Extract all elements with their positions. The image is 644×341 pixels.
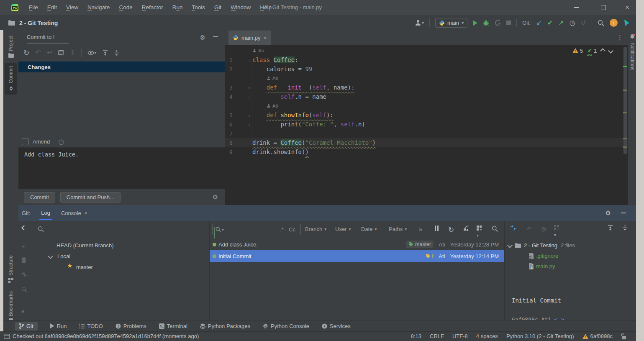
code-line[interactable]: 9drink.showInfo() [225,147,628,156]
window-icon[interactable] [4,334,10,339]
status-message[interactable]: Checked out 6af0898c9e8b69d62f159d897e45… [13,333,199,339]
pause-icon[interactable] [435,226,439,231]
gear-icon[interactable]: ⚙ [606,209,611,217]
line-separator[interactable]: CRLF [430,333,444,339]
undo-icon[interactable]: ↶ [35,49,41,56]
commit-row[interactable]: Add class Juice. master Ati Yesterday 12… [210,238,505,250]
toolwindow-run-button[interactable]: Run [50,323,67,329]
author-inlay-hint[interactable]: Ati [225,74,628,83]
toolwindow-python-packages-button[interactable]: Python Packages [200,323,250,329]
commit-button[interactable]: Commit [24,192,55,203]
fold-marker-icon[interactable]: ▿ [246,111,252,121]
history-clock-icon[interactable]: ◷ [570,20,575,26]
hide-tool-window-icon[interactable] [213,36,218,37]
changes-tree-root[interactable]: Changes [18,62,225,72]
author-inlay-hint[interactable]: Ati [225,101,628,110]
collapse-all-icon[interactable] [114,50,119,56]
code-line[interactable]: 1▿class Coffee: [225,55,628,64]
code-editor[interactable]: Ati1▿class Coffee:2 calories = 99 Ati3▿ … [225,46,628,156]
refresh-icon[interactable]: ↻ [448,226,454,234]
match-case-toggle[interactable]: Cc [289,226,295,233]
branch-node-head[interactable]: HEAD (Current Branch) [56,240,114,251]
error-stripe-mark[interactable] [623,146,627,148]
code-line[interactable]: 2 calories = 99 [225,64,628,74]
indent-size[interactable]: 4 spaces [476,333,498,339]
notifications-bell-icon[interactable] [629,34,635,40]
toolwindow-services-button[interactable]: Services [322,323,351,329]
search-icon[interactable] [38,226,44,232]
file-encoding[interactable]: UTF-8 [452,333,468,339]
caret-position[interactable]: 8:13 [411,333,421,339]
code-line[interactable]: 8drink = Coffee("Caramel Macchiato") [225,138,628,147]
changelist-icon[interactable] [58,50,64,56]
amend-checkbox[interactable] [22,138,29,145]
user-account-icon[interactable]: ▾ [415,20,424,26]
filter-user[interactable]: User▾ [335,226,351,232]
search-icon[interactable] [492,226,498,232]
error-stripe-mark[interactable] [623,90,627,91]
kebab-menu-icon[interactable]: ⋮ [617,34,623,41]
previous-problem-icon[interactable] [600,48,606,54]
tab-close-icon[interactable]: × [264,35,267,41]
commit-and-push-button[interactable]: Commit and Push... [60,192,121,203]
branch-node-master[interactable]: master [76,262,93,272]
menu-item[interactable]: Run [168,0,187,15]
more-chevrons-icon[interactable]: » [419,226,422,233]
gear-icon[interactable]: ⚙ [213,193,218,201]
commit-row[interactable]: Initial Commit ! Ati Yesterday 12:14 PM [210,250,505,262]
run-button[interactable] [473,20,477,26]
filter-branch[interactable]: Branch▾ [305,226,326,232]
shelve-icon[interactable]: ↧ [70,49,75,56]
debug-button[interactable] [483,20,489,26]
code-line[interactable]: 6▵ print("Coffe: ", self.n) [225,120,628,129]
file-row-gitignore[interactable]: .gitignore [529,251,558,261]
commit-history-clock-icon[interactable]: ◷ [58,138,64,146]
search-everywhere-icon[interactable] [598,20,604,26]
git-revision-widget[interactable]: 6af0898c [582,333,613,339]
expand-all-icon[interactable] [103,50,108,56]
delete-trash-icon[interactable] [21,257,26,263]
toolwindow-todo-button[interactable]: TODO [79,323,103,329]
file-row-main-py[interactable]: main.py [529,261,555,272]
error-stripe-mark[interactable] [623,138,627,139]
rollback-icon[interactable]: ↺ [581,20,586,26]
new-branch-plus-icon[interactable]: + [21,243,25,250]
fold-marker-icon[interactable]: ▿ [246,56,252,65]
undo-icon[interactable]: ↶ [526,225,532,233]
favorite-star-icon[interactable]: ★ [67,262,72,269]
menu-item[interactable]: Code [114,0,137,15]
update-available-icon[interactable]: ↑ [610,19,618,27]
menu-item[interactable]: File [24,0,43,15]
changed-files-root[interactable]: 2 - Git Testing 2 files [508,240,575,251]
back-chevron-icon[interactable] [21,225,27,231]
toolwindow-python-console-button[interactable]: Python Console [263,323,309,329]
code-line[interactable]: 3▿ def __init__(self, name): [225,83,628,92]
error-stripe-mark[interactable] [623,112,627,113]
code-line[interactable]: 5▿ def showInfo(self): [225,110,628,120]
menu-item[interactable]: Git [210,0,226,15]
git-update-icon[interactable]: ↙ [536,20,541,26]
colored-play-plugin-icon[interactable] [623,19,630,26]
maximize-button[interactable] [594,0,613,15]
presentation-settings-icon[interactable]: ▾ [477,226,482,238]
toolwindow-git-button[interactable]: Git [15,322,38,331]
coverage-button[interactable] [495,20,501,26]
chevron-down-icon[interactable] [48,254,53,259]
interpreter[interactable]: Python 3.10 (2 - Git Testing) [506,333,574,339]
hide-tool-window-icon[interactable] [621,213,626,213]
menu-item[interactable]: Tools [187,0,210,15]
branch-ref-chip[interactable]: master [406,241,434,248]
code-line[interactable]: 4▵ self.n = name [225,92,628,101]
menu-item[interactable]: Refactor [137,0,168,15]
fold-marker-icon[interactable]: ▵ [246,121,252,130]
stripe-notifications-label[interactable]: Notifications [629,43,635,70]
stripe-project-button[interactable]: Project [5,32,17,61]
stripe-structure-button[interactable]: Structure [5,252,17,286]
tab-console[interactable]: Console× [61,205,87,221]
next-problem-icon[interactable] [608,48,613,54]
author-email-link[interactable]: <…> [554,316,564,320]
tab-close-icon[interactable]: × [84,210,87,216]
menu-item[interactable]: Navigate [83,0,114,15]
filter-paths[interactable]: Paths▾ [389,226,407,232]
filter-date[interactable]: Date▾ [361,226,377,232]
